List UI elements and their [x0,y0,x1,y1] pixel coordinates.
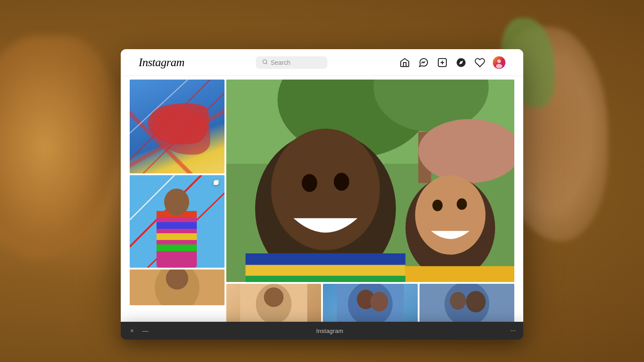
svg-rect-43 [406,266,514,282]
photo-bottom-4[interactable] [419,284,514,322]
svg-point-46 [457,198,467,210]
svg-point-45 [432,200,443,211]
svg-point-53 [370,292,388,311]
svg-point-44 [415,175,485,254]
photo-selfie[interactable] [226,80,514,282]
nav-icons [399,56,505,69]
app-header: Instagram [121,49,523,76]
svg-point-8 [497,59,501,63]
bottom-row [226,284,514,322]
photo-bottom-2[interactable] [226,284,321,322]
instagram-window: Instagram [121,49,523,322]
explore-icon[interactable] [455,57,467,68]
taskbar-title: Instagram [149,328,510,334]
notifications-icon[interactable] [474,57,486,68]
svg-point-40 [302,174,317,192]
taskbar: × — Instagram ··· [121,322,523,340]
search-icon [262,59,268,66]
bg-blob-left [0,36,116,259]
photo-basketball[interactable] [130,80,225,173]
svg-rect-19 [157,222,197,229]
svg-line-1 [266,63,267,64]
new-post-icon[interactable] [436,57,448,68]
svg-point-57 [466,291,486,312]
explore-grid [121,76,523,322]
photo-bottom-partial-left[interactable] [130,269,225,305]
svg-rect-20 [157,233,197,240]
search-input[interactable] [271,59,321,66]
svg-rect-24 [215,180,219,184]
app-window: Instagram [121,49,523,340]
instagram-logo: Instagram [139,56,184,69]
search-bar[interactable] [256,56,327,69]
grid-col-left [130,80,225,322]
svg-point-49 [264,287,284,307]
svg-rect-37 [246,276,406,282]
svg-point-22 [164,189,189,215]
svg-rect-21 [157,244,197,251]
close-button[interactable]: × [128,327,136,335]
home-icon[interactable] [399,57,411,68]
svg-point-9 [496,64,502,68]
taskbar-more-button[interactable]: ··· [510,327,516,335]
photo-bottom-3[interactable] [323,284,418,322]
photo-colorful-outfit[interactable] [130,175,225,268]
taskbar-controls: × — [128,327,149,335]
profile-avatar[interactable] [493,56,505,69]
multi-photo-badge [213,179,221,187]
messenger-icon[interactable] [418,57,429,68]
svg-point-41 [334,173,349,191]
grid-col-right [226,80,514,322]
svg-rect-36 [246,253,406,265]
minimize-button[interactable]: — [141,327,149,335]
svg-point-56 [450,292,466,310]
svg-point-0 [263,59,267,63]
